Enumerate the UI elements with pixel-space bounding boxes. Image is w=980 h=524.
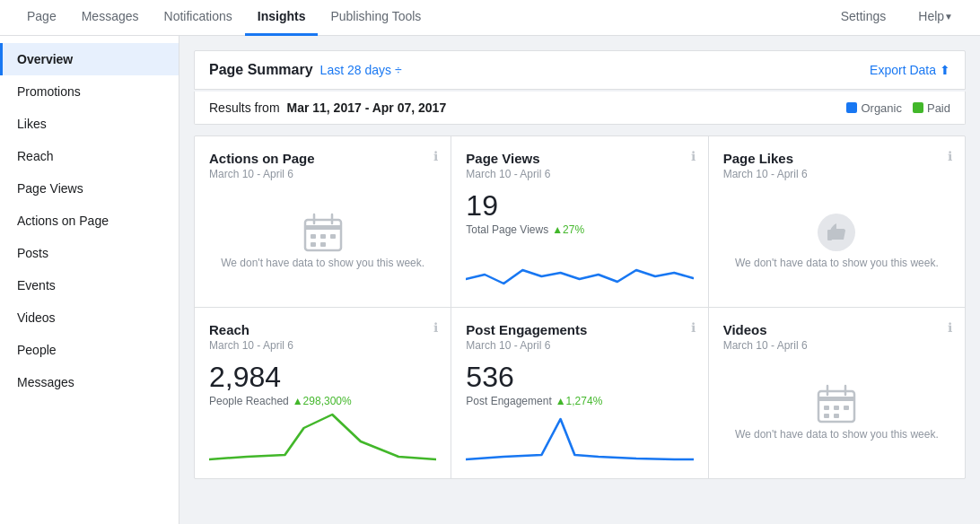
- export-data-button[interactable]: Export Data ⬆: [870, 63, 950, 77]
- calendar-icon: [303, 213, 343, 255]
- card-reach: Reach March 10 - April 6 ℹ 2,984 People …: [195, 308, 451, 478]
- no-data-section: We don't have data to show you this week…: [209, 191, 436, 293]
- help-dropdown-icon: ▼: [944, 12, 953, 22]
- sidebar-item-page-views[interactable]: Page Views: [0, 172, 179, 205]
- svg-rect-12: [818, 397, 854, 401]
- card-info-icon[interactable]: ℹ: [433, 149, 438, 163]
- card-videos: Videos March 10 - April 6 ℹ We don't hav…: [709, 308, 965, 478]
- sidebar-item-events[interactable]: Events: [0, 269, 179, 301]
- app-layout: Overview Promotions Likes Reach Page Vie…: [0, 36, 980, 524]
- nav-publishing-tools[interactable]: Publishing Tools: [318, 0, 433, 36]
- chart-svg: [209, 410, 436, 464]
- svg-rect-1: [305, 225, 341, 230]
- no-data-text: We don't have data to show you this week…: [735, 426, 939, 442]
- calendar-icon: [303, 213, 343, 252]
- no-data-section: We don't have data to show you this week…: [723, 191, 950, 293]
- svg-rect-15: [824, 406, 829, 410]
- card-date: March 10 - April 6: [209, 168, 436, 180]
- summary-header: Page Summary Last 28 days ÷ Export Data …: [194, 50, 966, 90]
- card-info-icon[interactable]: ℹ: [948, 320, 952, 335]
- sidebar-item-overview[interactable]: Overview: [0, 43, 179, 75]
- card-chart: [466, 410, 693, 464]
- card-chart: [466, 239, 693, 293]
- card-change: ▲27%: [552, 223, 584, 236]
- export-icon: ⬆: [940, 63, 950, 77]
- card-title: Videos: [723, 322, 950, 337]
- no-data-text: We don't have data to show you this week…: [221, 255, 424, 271]
- sidebar: Overview Promotions Likes Reach Page Vie…: [0, 36, 179, 524]
- card-info-icon[interactable]: ℹ: [948, 149, 952, 163]
- card-date: March 10 - April 6: [723, 339, 950, 352]
- nav-messages[interactable]: Messages: [69, 0, 152, 36]
- legend-paid: Paid: [913, 101, 950, 115]
- svg-rect-5: [320, 234, 326, 239]
- no-data-text: We don't have data to show you this week…: [735, 255, 939, 271]
- card-date: March 10 - April 6: [466, 168, 693, 180]
- card-page-likes: Page Likes March 10 - April 6 ℹ We don't…: [709, 136, 965, 307]
- legend-organic: Organic: [846, 101, 902, 115]
- card-info-icon[interactable]: ℹ: [433, 320, 438, 335]
- nav-notifications[interactable]: Notifications: [152, 0, 245, 36]
- results-text: Results from Mar 11, 2017 - Apr 07, 2017: [209, 100, 446, 115]
- card-title: Reach: [209, 322, 436, 337]
- chart-svg: [466, 239, 693, 293]
- sidebar-item-reach[interactable]: Reach: [0, 140, 179, 172]
- svg-rect-7: [311, 242, 316, 247]
- card-date: March 10 - April 6: [723, 168, 950, 180]
- summary-period-selector[interactable]: Last 28 days ÷: [320, 63, 402, 77]
- card-sublabel: Post Engagement ▲1,274%: [466, 395, 693, 407]
- card-change: ▲1,274%: [556, 395, 603, 407]
- calendar-icon: [817, 384, 856, 424]
- card-info-icon[interactable]: ℹ: [691, 320, 696, 335]
- calendar-icon: [817, 384, 856, 426]
- card-sublabel: Total Page Views ▲27%: [466, 223, 693, 236]
- sidebar-item-likes[interactable]: Likes: [0, 108, 179, 140]
- nav-insights[interactable]: Insights: [245, 0, 319, 36]
- svg-rect-19: [834, 414, 839, 418]
- results-bar: Results from Mar 11, 2017 - Apr 07, 2017…: [194, 92, 966, 125]
- sidebar-item-actions-on-page[interactable]: Actions on Page: [0, 205, 179, 237]
- card-title: Page Views: [466, 151, 693, 166]
- metrics-grid: Actions on Page March 10 - April 6 ℹ We …: [194, 135, 966, 479]
- top-navigation: Page Messages Notifications Insights Pub…: [0, 0, 980, 36]
- main-content: Page Summary Last 28 days ÷ Export Data …: [179, 36, 980, 524]
- no-data-section: We don't have data to show you this week…: [723, 362, 950, 464]
- card-title: Page Likes: [723, 151, 950, 166]
- svg-rect-8: [320, 242, 326, 247]
- card-sublabel: People Reached ▲298,300%: [209, 395, 436, 407]
- card-date: March 10 - April 6: [209, 339, 436, 352]
- svg-rect-10: [827, 230, 832, 240]
- svg-rect-18: [824, 414, 829, 418]
- sidebar-item-videos[interactable]: Videos: [0, 301, 179, 334]
- card-title: Post Engagements: [466, 322, 693, 337]
- card-actions-on-page: Actions on Page March 10 - April 6 ℹ We …: [195, 136, 451, 307]
- card-page-views: Page Views March 10 - April 6 ℹ 19 Total…: [451, 136, 707, 307]
- thumbs-icon: [817, 213, 856, 255]
- svg-rect-4: [311, 234, 316, 239]
- summary-title: Page Summary: [209, 62, 313, 78]
- paid-color-dot: [913, 102, 923, 113]
- card-chart: [209, 410, 436, 464]
- chart-legend: Organic Paid: [846, 101, 950, 115]
- card-info-icon[interactable]: ℹ: [691, 149, 696, 163]
- card-metric-number: 19: [466, 191, 693, 220]
- nav-settings[interactable]: Settings: [828, 0, 899, 36]
- sidebar-item-promotions[interactable]: Promotions: [0, 75, 179, 108]
- card-post-engagements: Post Engagements March 10 - April 6 ℹ 53…: [451, 308, 707, 478]
- thumbs-up-icon: [817, 213, 856, 252]
- sidebar-item-messages[interactable]: Messages: [0, 366, 179, 398]
- sidebar-item-posts[interactable]: Posts: [0, 237, 179, 269]
- svg-rect-17: [844, 406, 849, 410]
- card-metric-number: 2,984: [209, 362, 436, 391]
- card-change: ▲298,300%: [293, 395, 352, 407]
- svg-rect-6: [330, 234, 336, 239]
- svg-rect-16: [834, 406, 839, 410]
- card-metric-number: 536: [466, 362, 693, 391]
- sidebar-item-people[interactable]: People: [0, 334, 179, 366]
- card-date: March 10 - April 6: [466, 339, 693, 352]
- chart-svg: [466, 410, 693, 464]
- card-title: Actions on Page: [209, 151, 436, 166]
- organic-color-dot: [846, 102, 857, 113]
- nav-page[interactable]: Page: [14, 0, 69, 36]
- nav-help[interactable]: Help ▼: [906, 0, 966, 36]
